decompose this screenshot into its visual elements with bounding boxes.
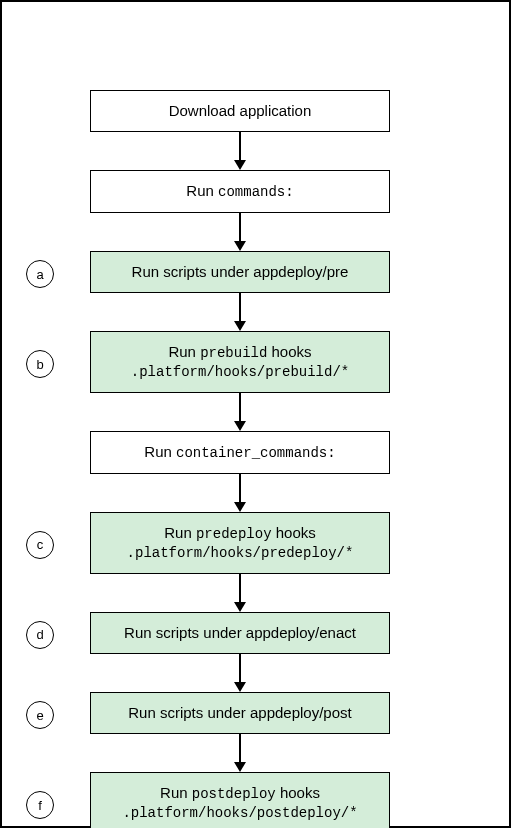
flow-column: Download applicationRun commands:Run scr… (90, 90, 390, 828)
step-line1: Run predeploy hooks (97, 523, 383, 544)
step-marker-b: b (26, 350, 54, 378)
step-marker-e: e (26, 701, 54, 729)
step-line1: Run postdeploy hooks (97, 783, 383, 804)
step-code: predeploy (196, 526, 272, 542)
step-line2: .platform/hooks/predeploy/* (97, 544, 383, 563)
step-text-tail: hooks (276, 784, 320, 801)
step-text: Run scripts under appdeploy/enact (124, 624, 356, 641)
step-code: container_commands: (176, 445, 336, 461)
step-box-2: Run scripts under appdeploy/pre (90, 251, 390, 293)
step-box-8: Run postdeploy hooks.platform/hooks/post… (90, 772, 390, 828)
step-text: Run (144, 443, 176, 460)
step-line2: .platform/hooks/postdeploy/* (97, 804, 383, 823)
diagram-frame: Download applicationRun commands:Run scr… (0, 0, 511, 828)
arrow-0 (90, 132, 390, 170)
step-line2: .platform/hooks/prebuild/* (97, 363, 383, 382)
arrow-6 (90, 654, 390, 692)
step-text: Run scripts under appdeploy/pre (132, 263, 349, 280)
step-line1: Download application (97, 101, 383, 121)
step-line1: Run commands: (97, 181, 383, 202)
step-text: Run (186, 182, 218, 199)
arrow-4 (90, 474, 390, 512)
step-line1: Run scripts under appdeploy/pre (97, 262, 383, 282)
step-box-5: Run predeploy hooks.platform/hooks/prede… (90, 512, 390, 574)
step-text-tail: hooks (272, 524, 316, 541)
step-text: Download application (169, 102, 312, 119)
step-text-tail: hooks (267, 343, 311, 360)
step-line1: Run scripts under appdeploy/enact (97, 623, 383, 643)
step-text: Run (164, 524, 196, 541)
arrow-3 (90, 393, 390, 431)
step-marker-d: d (26, 621, 54, 649)
step-code: commands: (218, 184, 294, 200)
step-marker-a: a (26, 260, 54, 288)
step-box-0: Download application (90, 90, 390, 132)
step-box-3: Run prebuild hooks.platform/hooks/prebui… (90, 331, 390, 393)
step-line1: Run prebuild hooks (97, 342, 383, 363)
step-text: Run (160, 784, 192, 801)
arrow-5 (90, 574, 390, 612)
step-marker-c: c (26, 531, 54, 559)
step-box-6: Run scripts under appdeploy/enact (90, 612, 390, 654)
step-box-7: Run scripts under appdeploy/post (90, 692, 390, 734)
step-code: prebuild (200, 345, 267, 361)
step-text: Run (168, 343, 200, 360)
step-line1: Run container_commands: (97, 442, 383, 463)
step-marker-f: f (26, 791, 54, 819)
step-box-4: Run container_commands: (90, 431, 390, 474)
step-box-1: Run commands: (90, 170, 390, 213)
arrow-1 (90, 213, 390, 251)
step-text: Run scripts under appdeploy/post (128, 704, 351, 721)
step-line1: Run scripts under appdeploy/post (97, 703, 383, 723)
step-code: postdeploy (192, 786, 276, 802)
arrow-7 (90, 734, 390, 772)
arrow-2 (90, 293, 390, 331)
